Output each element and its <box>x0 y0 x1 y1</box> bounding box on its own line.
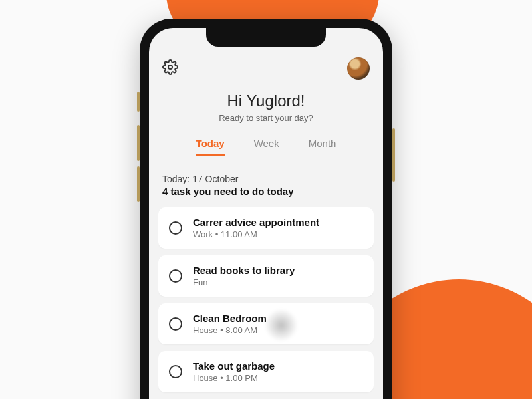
greeting-subtitle: Ready to start your day? <box>149 113 383 123</box>
tab-today[interactable]: Today <box>196 138 225 156</box>
phone-side-button <box>137 125 140 161</box>
task-meta: House • 8.00 AM <box>193 325 267 335</box>
task-checkbox[interactable] <box>169 317 182 331</box>
task-checkbox[interactable] <box>169 221 182 235</box>
task-title: Read books to library <box>193 265 295 276</box>
gear-icon[interactable] <box>162 59 178 78</box>
task-meta: Fun <box>193 277 295 287</box>
task-count: 4 task you need to do today <box>162 186 370 197</box>
svg-point-0 <box>168 65 172 69</box>
phone-screen: Hi Yuglord! Ready to start your day? Tod… <box>149 28 383 399</box>
tab-week[interactable]: Week <box>254 138 279 156</box>
task-card[interactable]: Take out garbage House • 1.00 PM <box>158 351 374 392</box>
task-list: Carrer advice appointment Work • 11.00 A… <box>149 201 383 399</box>
phone-notch <box>206 28 326 47</box>
task-meta: Work • 11.00 AM <box>193 229 319 239</box>
task-meta: House • 1.00 PM <box>193 373 275 383</box>
task-title: Clean Bedroom <box>193 313 267 324</box>
date-label: Today: 17 October <box>162 174 370 184</box>
tab-month[interactable]: Month <box>309 138 336 156</box>
phone-frame: Hi Yuglord! Ready to start your day? Tod… <box>140 19 392 399</box>
task-checkbox[interactable] <box>169 365 182 378</box>
task-title: Take out garbage <box>193 360 275 372</box>
greeting: Hi Yuglord! Ready to start your day? <box>149 92 383 123</box>
task-card[interactable]: Read books to library Fun <box>158 255 374 297</box>
task-checkbox[interactable] <box>169 269 182 283</box>
task-card[interactable]: Clean Bedroom House • 8.00 AM <box>158 303 374 344</box>
phone-side-button <box>392 128 395 182</box>
avatar[interactable] <box>347 57 370 80</box>
touch-indicator <box>265 309 298 342</box>
view-tabs: Today Week Month <box>149 138 383 156</box>
task-card[interactable]: Carrer advice appointment Work • 11.00 A… <box>158 207 374 249</box>
date-block: Today: 17 October 4 task you need to do … <box>149 156 383 201</box>
phone-side-button <box>137 166 140 202</box>
greeting-title: Hi Yuglord! <box>149 92 383 110</box>
phone-side-button <box>137 92 140 112</box>
task-title: Carrer advice appointment <box>193 217 319 228</box>
